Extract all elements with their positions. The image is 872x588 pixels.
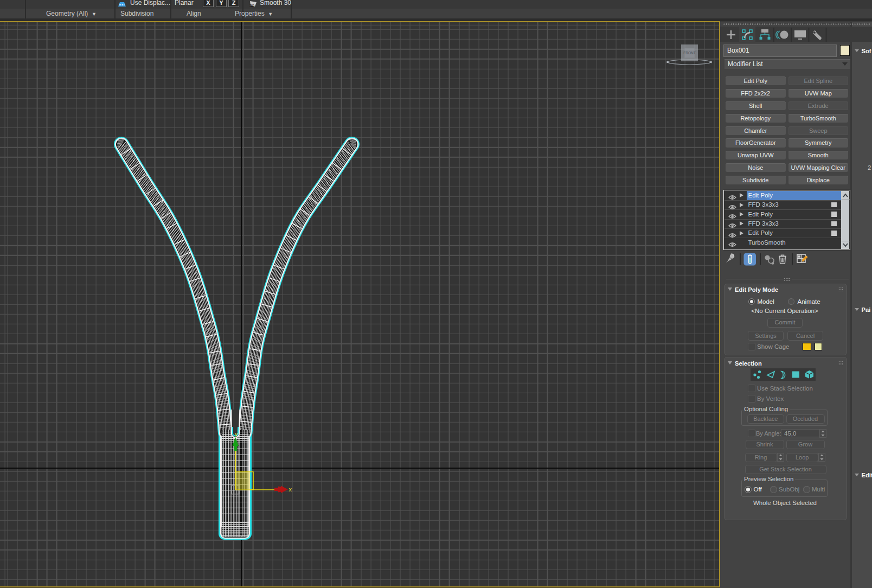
svg-text:FRONT: FRONT	[683, 51, 695, 55]
svg-text:30: 30	[249, 3, 254, 8]
svg-text:y: y	[235, 431, 238, 437]
svg-text:x: x	[289, 486, 292, 493]
